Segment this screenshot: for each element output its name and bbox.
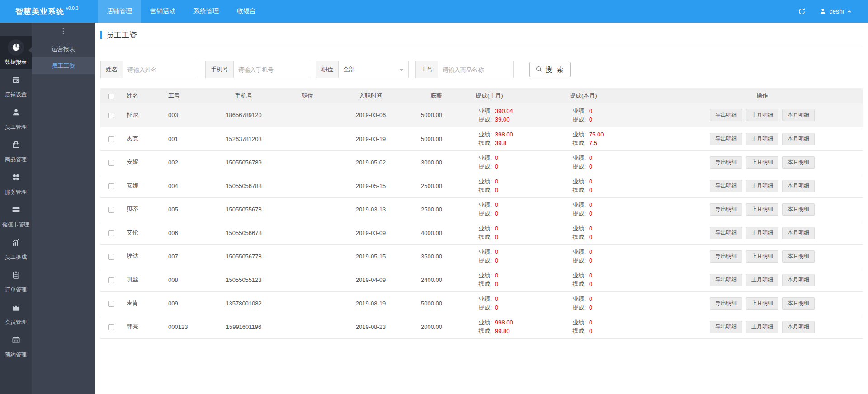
export-detail-button[interactable]: 导出明细 bbox=[710, 227, 742, 239]
performance-label: 业绩: bbox=[570, 224, 586, 233]
filter-select-position[interactable]: 全部 bbox=[338, 61, 409, 78]
crown-icon bbox=[8, 300, 24, 316]
nav-tab-store-management[interactable]: 店铺管理 bbox=[98, 0, 141, 23]
performance-label: 业绩: bbox=[570, 318, 586, 327]
search-button-label: 搜 索 bbox=[545, 66, 565, 74]
clover-icon bbox=[8, 169, 24, 186]
last-month-detail-button[interactable]: 上月明细 bbox=[746, 203, 778, 216]
last-month-detail-button[interactable]: 上月明细 bbox=[746, 156, 778, 169]
row-checkbox[interactable] bbox=[108, 277, 114, 283]
last-month-detail-button[interactable]: 上月明细 bbox=[746, 250, 778, 263]
last-month-detail-button[interactable]: 上月明细 bbox=[746, 274, 778, 286]
sidebar-item-member-management[interactable]: 会员管理 bbox=[0, 296, 32, 329]
commission-label: 提成: bbox=[570, 256, 586, 265]
export-detail-button[interactable]: 导出明细 bbox=[710, 109, 742, 121]
sidebar-item-staff-commission[interactable]: 员工提成 bbox=[0, 231, 32, 264]
sidebar-item-store-settings[interactable]: 店铺设置 bbox=[0, 69, 32, 101]
sidebar-item-stored-card-management[interactable]: 储值卡管理 bbox=[0, 199, 32, 231]
column-header: 提成(上月) bbox=[472, 88, 566, 103]
commission-last-month: 业绩:0 提成:0 bbox=[472, 174, 566, 197]
submenu-item-operation-report[interactable]: 运营报表 bbox=[32, 41, 95, 57]
employee-hire-date: 2019-08-19 bbox=[333, 291, 409, 315]
filter-input-job-no[interactable] bbox=[438, 61, 514, 78]
performance-label: 业绩: bbox=[476, 154, 492, 162]
employee-phone: 15055056789 bbox=[205, 150, 282, 174]
column-header: 手机号 bbox=[205, 88, 282, 103]
nav-tab-system-management[interactable]: 系统管理 bbox=[184, 0, 228, 23]
commission-value: 39.00 bbox=[495, 115, 510, 124]
sidebar-item-data-reports[interactable]: 数据报表 bbox=[0, 36, 32, 69]
user-menu[interactable]: ceshi bbox=[819, 8, 852, 15]
commission-this-month: 业绩:0 提成:0 bbox=[566, 150, 662, 174]
search-button[interactable]: 搜 索 bbox=[529, 62, 571, 77]
dots-vertical-icon[interactable] bbox=[32, 26, 95, 36]
caret-down-icon bbox=[399, 69, 404, 74]
export-detail-button[interactable]: 导出明细 bbox=[710, 133, 742, 145]
employee-position bbox=[282, 103, 333, 127]
table-body: 托尼 003 18656789120 2019-03-06 5000.00 业绩… bbox=[100, 103, 863, 338]
last-month-detail-button[interactable]: 上月明细 bbox=[746, 180, 778, 192]
employee-row: 安妮 002 15055056789 2019-05-02 3000.00 业绩… bbox=[100, 150, 863, 174]
row-checkbox[interactable] bbox=[108, 230, 114, 236]
sidebar-item-goods-management[interactable]: 商品管理 bbox=[0, 134, 32, 166]
this-month-detail-button[interactable]: 本月明细 bbox=[782, 321, 815, 333]
submenu-item-staff-salary[interactable]: 员工工资 bbox=[32, 57, 95, 74]
row-checkbox[interactable] bbox=[108, 207, 114, 213]
row-checkbox[interactable] bbox=[108, 254, 114, 260]
export-detail-button[interactable]: 导出明细 bbox=[710, 297, 742, 310]
nav-tab-marketing-activity[interactable]: 营销活动 bbox=[141, 0, 184, 23]
employee-job-no: 008 bbox=[162, 268, 205, 291]
row-checkbox[interactable] bbox=[108, 136, 114, 142]
last-month-detail-button[interactable]: 上月明细 bbox=[746, 297, 778, 310]
row-checkbox[interactable] bbox=[108, 301, 114, 307]
row-actions: 导出明细上月明细本月明细 bbox=[662, 103, 863, 127]
this-month-detail-button[interactable]: 本月明细 bbox=[782, 109, 815, 121]
this-month-detail-button[interactable]: 本月明细 bbox=[782, 203, 815, 216]
submenu-items: 运营报表员工工资 bbox=[32, 41, 95, 74]
row-checkbox[interactable] bbox=[108, 113, 114, 118]
export-detail-button[interactable]: 导出明细 bbox=[710, 321, 742, 333]
row-checkbox[interactable] bbox=[108, 160, 114, 166]
commission-value: 0 bbox=[589, 327, 592, 335]
export-detail-button[interactable]: 导出明细 bbox=[710, 180, 742, 192]
this-month-detail-button[interactable]: 本月明细 bbox=[782, 180, 815, 192]
row-actions: 导出明细上月明细本月明细 bbox=[662, 150, 863, 174]
performance-value: 0 bbox=[589, 271, 592, 280]
filter-input-phone[interactable] bbox=[233, 61, 309, 78]
this-month-detail-button[interactable]: 本月明细 bbox=[782, 227, 815, 239]
sidebar-item-order-management[interactable]: 订单管理 bbox=[0, 264, 32, 296]
employee-row: 埃达 007 15055056778 2019-05-15 3500.00 业绩… bbox=[100, 244, 863, 268]
row-checkbox[interactable] bbox=[108, 324, 114, 330]
sidebar-item-staff-management[interactable]: 员工管理 bbox=[0, 101, 32, 134]
this-month-detail-button[interactable]: 本月明细 bbox=[782, 274, 815, 286]
sidebar-item-label: 预约管理 bbox=[5, 351, 27, 359]
commission-value: 0 bbox=[495, 280, 498, 288]
refresh-icon[interactable] bbox=[798, 8, 806, 15]
nav-tab-cashier[interactable]: 收银台 bbox=[228, 0, 265, 23]
export-detail-button[interactable]: 导出明细 bbox=[710, 274, 742, 286]
this-month-detail-button[interactable]: 本月明细 bbox=[782, 297, 815, 310]
performance-label: 业绩: bbox=[476, 177, 492, 186]
last-month-detail-button[interactable]: 上月明细 bbox=[746, 133, 778, 145]
this-month-detail-button[interactable]: 本月明细 bbox=[782, 156, 815, 169]
export-detail-button[interactable]: 导出明细 bbox=[710, 203, 742, 216]
filter-input-name[interactable] bbox=[123, 61, 198, 78]
this-month-detail-button[interactable]: 本月明细 bbox=[782, 133, 815, 145]
row-checkbox[interactable] bbox=[108, 183, 114, 189]
this-month-detail-button[interactable]: 本月明细 bbox=[782, 250, 815, 263]
select-all-checkbox[interactable] bbox=[108, 94, 114, 99]
commission-last-month: 业绩:0 提成:0 bbox=[472, 197, 566, 221]
filter-label: 职位 bbox=[316, 61, 338, 78]
row-actions: 导出明细上月明细本月明细 bbox=[662, 244, 863, 268]
sidebar-item-booking-management[interactable]: 预约管理 bbox=[0, 329, 32, 361]
commission-last-month: 业绩:998.00 提成:99.80 bbox=[472, 315, 566, 338]
commission-value: 0 bbox=[589, 115, 592, 124]
employee-phone: 15055055123 bbox=[205, 268, 282, 291]
last-month-detail-button[interactable]: 上月明细 bbox=[746, 321, 778, 333]
last-month-detail-button[interactable]: 上月明细 bbox=[746, 109, 778, 121]
export-detail-button[interactable]: 导出明细 bbox=[710, 156, 742, 169]
export-detail-button[interactable]: 导出明细 bbox=[710, 250, 742, 263]
employee-name: 埃达 bbox=[122, 244, 162, 268]
sidebar-item-service-management[interactable]: 服务管理 bbox=[0, 166, 32, 199]
last-month-detail-button[interactable]: 上月明细 bbox=[746, 227, 778, 239]
